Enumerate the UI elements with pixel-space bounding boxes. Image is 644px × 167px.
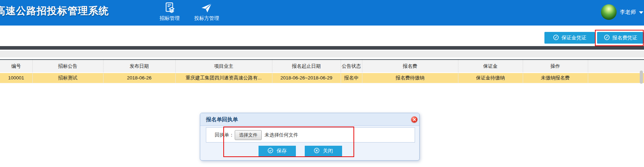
toolbar-strip [0, 51, 644, 57]
cell-registration-fee: 报名费待缴纳 [362, 73, 458, 83]
receipt-dialog: 报名单回执单 回执单： 选择文件 未选择任何文件 保存 [200, 113, 420, 161]
user-name: 李老师 [620, 9, 636, 16]
cell-project-owner: 重庆建工集团四川遂资高速公路有... [175, 73, 272, 83]
menu-bidding-management-label: 招标管理 [160, 15, 180, 22]
receipt-form-row: 回执单： 选择文件 未选择任何文件 [206, 127, 415, 143]
column-header-filler [588, 60, 644, 73]
column-header-deposit: 保证金 [458, 60, 523, 73]
table-row[interactable]: 100001 招标测试 2018-06-26 重庆建工集团四川遂资高速公路有..… [0, 73, 644, 83]
column-header-registration-fee: 报名费 [362, 60, 458, 73]
column-header-status: 公告状态 [341, 60, 362, 73]
cell-id: 100001 [0, 73, 32, 83]
save-button-label: 保存 [277, 148, 287, 154]
column-header-project-owner: 项目业主 [175, 60, 272, 73]
deposit-voucher-button[interactable]: 保证金凭证 [544, 32, 595, 44]
column-header-registration-period: 报名起止日期 [272, 60, 341, 73]
user-menu[interactable]: 李老师 [601, 4, 643, 20]
receipt-field-label: 回执单： [215, 132, 234, 138]
choose-file-button[interactable]: 选择文件 [235, 130, 262, 140]
cell-announcement: 招标测试 [32, 73, 103, 83]
column-header-actions: 操作 [523, 60, 588, 73]
save-button[interactable]: 保存 [259, 146, 296, 156]
dialog-buttons: 保存 关闭 [191, 146, 410, 156]
app-header: 高速公路招投标管理系统 招标管理 [0, 0, 644, 26]
cell-registration-period: 2018-06-26~2018-06-29 [272, 73, 341, 83]
column-header-id: 编号 [0, 60, 32, 73]
caret-down-icon [639, 11, 643, 14]
dialog-close-icon[interactable] [411, 116, 417, 123]
cell-deposit: 保证金待缴纳 [458, 73, 523, 83]
app-title-wrap: 高速公路招投标管理系统 [0, 4, 110, 20]
dialog-title: 报名单回执单 [206, 113, 238, 126]
registration-fee-voucher-label: 报名费凭证 [612, 35, 637, 41]
deposit-voucher-label: 保证金凭证 [561, 35, 586, 41]
edit-circle-icon [553, 34, 559, 41]
menu-bidder-management-label: 投标方管理 [194, 15, 219, 22]
column-header-announcement: 招标公告 [32, 60, 103, 73]
cell-status: 报名中 [341, 73, 362, 83]
user-avatar [601, 4, 617, 20]
column-header-publish-date: 发布日期 [103, 60, 175, 73]
table-scrollbar-thumb[interactable] [640, 71, 643, 84]
table-header-row: 编号 招标公告 发布日期 项目业主 报名起止日期 公告状态 报名费 保证金 操作 [0, 60, 644, 73]
app-title: 高速公路招投标管理系统 [0, 4, 109, 18]
edit-circle-icon [604, 34, 610, 41]
cell-action-status: 未缴纳报名费 [523, 73, 588, 83]
check-circle-icon [267, 147, 273, 155]
document-layers-icon [164, 2, 176, 14]
menu-bidding-management[interactable]: 招标管理 [154, 1, 186, 22]
file-status-text: 未选择任何文件 [265, 132, 298, 138]
close-button-label: 关闭 [323, 148, 333, 154]
cell-publish-date: 2018-06-26 [103, 73, 175, 83]
cell-filler [588, 73, 644, 83]
x-circle-icon [314, 147, 320, 155]
paper-plane-icon [201, 2, 213, 14]
dialog-titlebar: 报名单回执单 [200, 113, 419, 126]
menu-bidder-management[interactable]: 投标方管理 [191, 1, 223, 22]
tender-announcement-table: 编号 招标公告 发布日期 项目业主 报名起止日期 公告状态 报名费 保证金 操作… [0, 59, 644, 83]
top-menu: 招标管理 投标方管理 [154, 1, 223, 22]
panel-divider-bar [0, 46, 644, 50]
registration-fee-voucher-button[interactable]: 报名费凭证 [597, 32, 644, 44]
close-button[interactable]: 关闭 [305, 146, 342, 156]
